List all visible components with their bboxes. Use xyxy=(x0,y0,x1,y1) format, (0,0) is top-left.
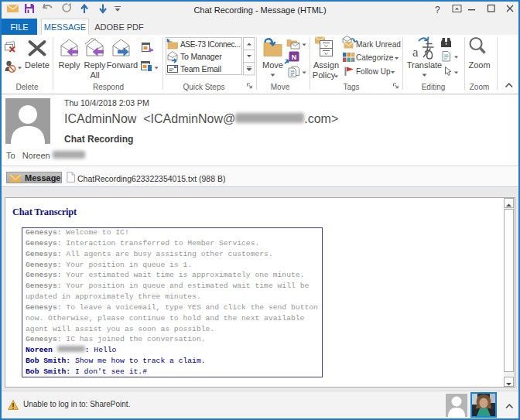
svg-text:Forward: Forward xyxy=(107,60,138,70)
svg-text:Follow Up: Follow Up xyxy=(356,67,391,76)
svg-text:Quick Steps: Quick Steps xyxy=(183,83,225,91)
svg-text:Move: Move xyxy=(271,83,290,91)
svg-text:All: All xyxy=(90,70,99,80)
svg-text:Move: Move xyxy=(262,60,283,70)
svg-text:Reply: Reply xyxy=(58,60,80,70)
svg-text:Reply: Reply xyxy=(84,60,106,70)
svg-text:Zoom: Zoom xyxy=(470,83,490,91)
svg-text:Mark Unread: Mark Unread xyxy=(356,40,401,49)
svg-text:N: N xyxy=(292,53,297,61)
svg-text:Categorize: Categorize xyxy=(356,53,394,62)
svg-text:Zoom: Zoom xyxy=(468,60,490,70)
svg-text:Assign: Assign xyxy=(313,60,339,70)
svg-text:a: a xyxy=(412,45,419,60)
svg-text:ASE-73 IConnec...: ASE-73 IConnec... xyxy=(180,40,241,49)
svg-text:Respond: Respond xyxy=(93,83,124,91)
svg-text:Team Email: Team Email xyxy=(180,64,221,73)
svg-text:Policy: Policy xyxy=(313,70,336,80)
svg-text:Tags: Tags xyxy=(343,83,359,91)
svg-text:To Manager: To Manager xyxy=(180,52,222,61)
svg-text:Delete: Delete xyxy=(16,83,39,91)
svg-text:Translate: Translate xyxy=(407,60,442,70)
svg-text:Delete: Delete xyxy=(25,60,50,70)
svg-text:Editing: Editing xyxy=(422,83,446,91)
